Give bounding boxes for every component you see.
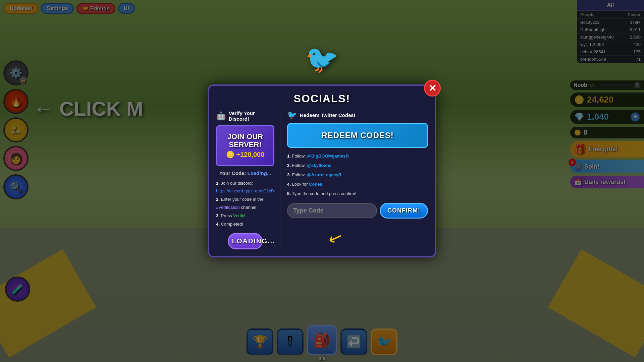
your-code-row: Your Code: Loading... (216, 170, 274, 176)
code-value: Loading... (248, 170, 271, 176)
modal-overlay: 🐦 SOCIALS! ✕ 🤖 Verify Your Discord! JOIN… (0, 0, 644, 362)
discord-bonus: 🪙 +120,000 (224, 150, 267, 159)
confirm-button[interactable]: CONFIRM! (380, 203, 428, 219)
your-code-label: Your Code: (219, 170, 246, 176)
twitter-step-3: 3. Follow: @AzureLegacyR (287, 171, 428, 179)
discord-banner-title: JOIN OUR SERVER! (224, 133, 267, 149)
code-input[interactable] (287, 203, 377, 218)
discord-step-4: 4. Completed! (216, 220, 274, 228)
bird-character: 🐦 (305, 44, 339, 75)
discord-step-2: 2. Enter your code in the #Verification … (216, 195, 274, 211)
twitter-banner-title: REDEEM CODES! (295, 131, 420, 140)
loading-button[interactable]: LOADING... (228, 233, 263, 249)
twitter-banner[interactable]: REDEEM CODES! (287, 123, 428, 148)
modal-title: SOCIALS! (216, 93, 428, 105)
discord-step-1: 1. Join our discord: https://discord.gg/… (216, 179, 274, 195)
modal-dialog: SOCIALS! ✕ 🤖 Verify Your Discord! JOIN O… (208, 84, 436, 257)
modal-columns: 🤖 Verify Your Discord! JOIN OUR SERVER! … (216, 110, 428, 249)
discord-icon: 🤖 (216, 111, 226, 121)
twitter-header: 🐦 Redeem Twitter Codes! (287, 110, 428, 120)
twitter-step-4: 4. Look for Codes (287, 180, 428, 189)
redeem-list: 1. Follow: @BigBOOMgamesR 2. Follow: @sk… (287, 152, 428, 198)
twitter-step-2: 2. Follow: @skyfloans (287, 161, 428, 170)
twitter-icon: 🐦 (287, 110, 297, 120)
discord-header: 🤖 Verify Your Discord! (216, 110, 274, 122)
close-button[interactable]: ✕ (424, 80, 441, 97)
twitter-section: 🐦 Redeem Twitter Codes! REDEEM CODES! 1.… (286, 110, 428, 249)
discord-title: Verify Your Discord! (229, 110, 274, 122)
discord-instructions: 1. Join our discord: https://discord.gg/… (216, 179, 274, 228)
twitter-step-1: 1. Follow: @BigBOOMgamesR (287, 152, 428, 161)
discord-banner[interactable]: JOIN OUR SERVER! 🪙 +120,000 (216, 125, 274, 166)
twitter-title: Redeem Twitter Codes! (300, 112, 356, 118)
discord-step-3: 3. Press Verify! (216, 212, 274, 220)
code-input-row: CONFIRM! (287, 203, 428, 219)
discord-section: 🤖 Verify Your Discord! JOIN OUR SERVER! … (216, 110, 280, 249)
twitter-step-5: 5. Type the code and press confirm! (287, 189, 428, 198)
